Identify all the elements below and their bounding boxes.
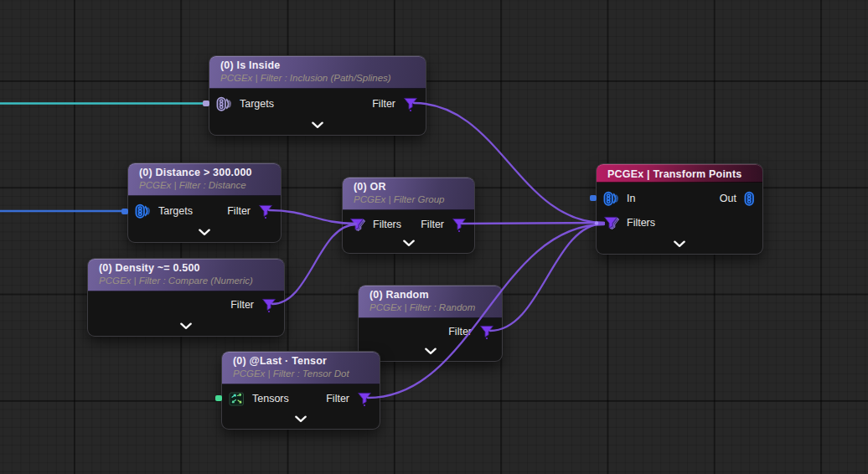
node-title: (0) OR — [354, 181, 463, 193]
points-stack-icon — [135, 204, 151, 219]
stub-is-inside-targets[interactable] — [203, 100, 209, 106]
node-title: PCGEx | Transform Points — [607, 167, 752, 182]
pin-label: Filters — [373, 219, 401, 230]
output-pin-filter[interactable]: Filter — [326, 391, 373, 407]
output-pin-filter[interactable]: Filter — [227, 204, 274, 219]
pin-label: Filter — [448, 326, 472, 337]
points-stack-icon — [216, 96, 232, 112]
pin-label: Filter — [227, 205, 251, 217]
pin-label: Filters — [627, 217, 655, 229]
node-header[interactable]: (0) ORPCGEx | Filter Group — [343, 178, 474, 210]
tensor-arrows-icon — [229, 391, 245, 407]
node-or[interactable]: (0) ORPCGEx | Filter Group Filters Filte… — [342, 177, 475, 254]
input-pin-filters[interactable]: Filters — [603, 215, 655, 231]
points-pill-icon — [744, 191, 756, 207]
input-pin-targets[interactable]: Targets — [135, 204, 193, 219]
input-pin-tensors[interactable]: Tensors — [229, 391, 289, 407]
input-pin-targets[interactable]: Targets — [216, 96, 274, 112]
node-random[interactable]: (0) RandomPCGEx | Filter : Random Filter — [358, 285, 503, 362]
node-subtitle: PCGEx | Filter : Random — [369, 301, 491, 313]
node-subtitle: PCGEx | Filter : Compare (Numeric) — [99, 275, 273, 286]
output-pin-filter[interactable]: Filter — [230, 297, 277, 313]
funnel-icon — [452, 217, 468, 233]
node-subtitle: PCGEx | Filter Group — [354, 193, 463, 205]
funnel-icon — [261, 297, 277, 313]
node-header[interactable]: (0) Distance > 300.000PCGEx | Filter : D… — [128, 163, 281, 196]
node-subtitle: PCGEx | Filter : Tensor Dot — [233, 368, 369, 379]
collapse-chevron-icon[interactable] — [295, 411, 307, 426]
output-pin-out[interactable]: Out — [720, 191, 756, 207]
collapse-chevron-icon[interactable] — [674, 236, 686, 251]
output-pin-filter[interactable]: Filter — [448, 324, 495, 340]
collapse-chevron-icon[interactable] — [199, 224, 211, 240]
stub-tensor-tensors[interactable] — [215, 395, 222, 401]
collapse-chevron-icon[interactable] — [180, 318, 193, 333]
pin-label: Targets — [158, 205, 193, 217]
pin-label: Targets — [240, 98, 274, 110]
node-title: (0) Distance > 300.000 — [139, 167, 270, 179]
funnel-stack-icon — [603, 215, 619, 231]
output-pin-filter[interactable]: Filter — [421, 217, 468, 233]
points-stack-icon — [603, 191, 619, 207]
node-title: (0) Is Inside — [220, 59, 415, 72]
funnel-icon — [258, 204, 274, 219]
pin-label: Tensors — [252, 393, 289, 404]
node-header[interactable]: (0) RandomPCGEx | Filter : Random — [359, 286, 502, 318]
stub-distance-targets[interactable] — [121, 209, 128, 214]
node-tensor[interactable]: (0) @Last · TensorPCGEx | Filter : Tenso… — [221, 351, 380, 430]
node-is-inside[interactable]: (0) Is InsidePCGEx | Filter : Inclusion … — [209, 55, 426, 136]
node-header[interactable]: (0) Is InsidePCGEx | Filter : Inclusion … — [209, 56, 426, 89]
collapse-chevron-icon[interactable] — [424, 343, 437, 358]
collapse-chevron-icon[interactable] — [312, 117, 324, 132]
output-pin-filter[interactable]: Filter — [372, 96, 419, 112]
pin-label: Out — [720, 193, 736, 204]
pin-label: Filter — [326, 393, 349, 404]
wire-or-filter-to-transform-filters[interactable] — [462, 223, 604, 224]
funnel-icon — [479, 324, 495, 340]
pin-label: Filter — [421, 219, 444, 230]
node-header[interactable]: (0) @Last · TensorPCGEx | Filter : Tenso… — [222, 352, 380, 384]
pin-label: Filter — [230, 299, 254, 311]
node-header[interactable]: (0) Density ~= 0.500PCGEx | Filter : Com… — [88, 259, 284, 291]
node-distance[interactable]: (0) Distance > 300.000PCGEx | Filter : D… — [127, 162, 282, 243]
node-transform-points[interactable]: PCGEx | Transform Points In Out Filters — [596, 163, 763, 255]
collapse-chevron-icon[interactable] — [402, 235, 415, 250]
node-title: (0) Random — [369, 289, 491, 301]
node-header[interactable]: PCGEx | Transform Points — [597, 164, 762, 183]
funnel-stack-icon — [349, 217, 365, 233]
node-title: (0) Density ~= 0.500 — [99, 262, 273, 275]
node-title: (0) @Last · Tensor — [233, 355, 369, 368]
node-density[interactable]: (0) Density ~= 0.500PCGEx | Filter : Com… — [87, 258, 285, 337]
funnel-icon — [357, 391, 373, 407]
stub-transform-in[interactable] — [590, 195, 597, 201]
pin-label: Filter — [372, 98, 395, 110]
wire-random-filter-to-transform-filters[interactable] — [490, 224, 604, 331]
funnel-icon — [403, 96, 419, 112]
graph-canvas[interactable]: (0) Is InsidePCGEx | Filter : Inclusion … — [0, 0, 868, 474]
node-subtitle: PCGEx | Filter : Inclusion (Path/Splines… — [220, 72, 415, 84]
input-pin-filters[interactable]: Filters — [349, 217, 401, 233]
node-subtitle: PCGEx | Filter : Distance — [139, 179, 270, 191]
input-pin-in[interactable]: In — [603, 191, 635, 207]
pin-label: In — [627, 193, 635, 204]
